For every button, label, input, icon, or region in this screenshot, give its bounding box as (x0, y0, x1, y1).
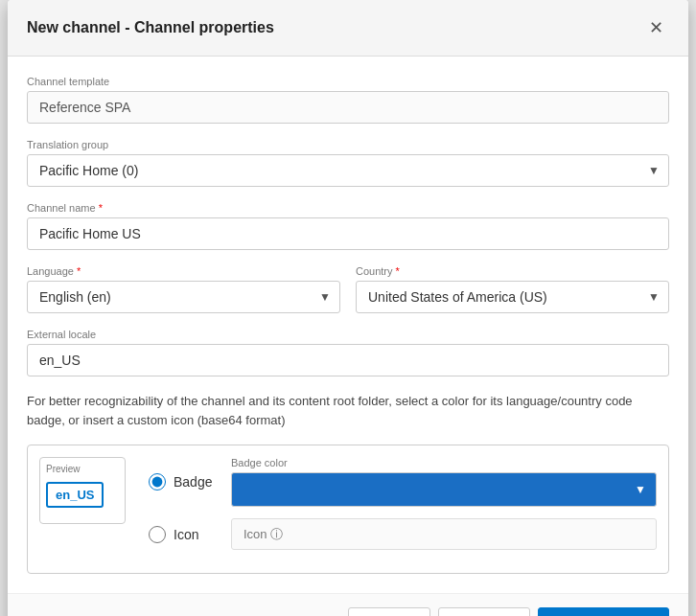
translation-group-select-wrapper: Pacific Home (0) ▼ (27, 154, 669, 187)
previous-button[interactable]: Previous (438, 607, 530, 616)
dialog-title: New channel - Channel properties (27, 19, 274, 36)
icon-input-wrapper (231, 518, 657, 550)
language-required: * (77, 265, 81, 277)
dialog-footer: Cancel Previous Create channel (8, 593, 688, 616)
badge-color-label: Badge color (231, 457, 657, 468)
external-locale-label: External locale (27, 329, 669, 340)
country-required: * (396, 265, 400, 277)
icon-radio[interactable] (149, 526, 166, 543)
icon-radio-content: Icon (149, 518, 657, 550)
cancel-button[interactable]: Cancel (348, 607, 430, 616)
icon-input[interactable] (231, 518, 657, 550)
channel-name-label: Channel name * (27, 202, 669, 214)
channel-template-field: Channel template (27, 76, 669, 124)
badge-radio-label[interactable]: Badge (174, 474, 231, 490)
country-select-wrapper: United States of America (US) ▼ (356, 281, 669, 313)
dialog-body: Channel template Translation group Pacif… (8, 57, 688, 593)
badge-color-wrapper: Badge color ▼ (231, 457, 657, 507)
translation-group-label: Translation group (27, 139, 669, 150)
icon-radio-label[interactable]: Icon (174, 527, 231, 542)
channel-template-label: Channel template (27, 76, 669, 87)
country-select[interactable]: United States of America (US) (356, 281, 669, 313)
badge-radio[interactable] (149, 473, 166, 491)
icon-radio-row: Icon (149, 518, 657, 550)
channel-name-field: Channel name * (27, 202, 669, 250)
translation-group-select[interactable]: Pacific Home (0) (27, 154, 669, 187)
country-field: Country * United States of America (US) … (356, 265, 669, 313)
translation-group-field: Translation group Pacific Home (0) ▼ (27, 139, 669, 187)
language-select-wrapper: English (en) ▼ (27, 281, 340, 313)
channel-name-input[interactable] (27, 217, 669, 250)
info-text: For better recognizability of the channe… (27, 392, 669, 429)
create-channel-button[interactable]: Create channel (538, 607, 669, 616)
language-select[interactable]: English (en) (27, 281, 340, 313)
options-section: Badge Badge color ▼ Icon (149, 457, 657, 561)
external-locale-field: External locale (27, 329, 669, 376)
new-channel-dialog: New channel - Channel properties ✕ Chann… (8, 0, 688, 616)
dialog-header: New channel - Channel properties ✕ (8, 0, 688, 57)
badge-radio-row: Badge Badge color ▼ (149, 457, 657, 507)
channel-template-input (27, 91, 669, 124)
close-button[interactable]: ✕ (643, 15, 669, 40)
language-country-row: Language * English (en) ▼ Country * (27, 265, 669, 329)
badge-radio-content: Badge Badge color ▼ (149, 457, 657, 507)
badge-color-select[interactable]: ▼ (231, 472, 657, 507)
preview-label: Preview (46, 464, 81, 474)
country-label: Country * (356, 265, 669, 277)
badge-preview: en_US (46, 482, 104, 508)
external-locale-input[interactable] (27, 344, 669, 376)
channel-name-required: * (99, 202, 103, 214)
language-label: Language * (27, 265, 340, 277)
language-field: Language * English (en) ▼ (27, 265, 340, 313)
badge-color-chevron-icon: ▼ (635, 483, 646, 496)
preview-box: Preview en_US (39, 457, 126, 524)
preview-section: Preview en_US Badge Badge color ▼ (27, 445, 669, 574)
